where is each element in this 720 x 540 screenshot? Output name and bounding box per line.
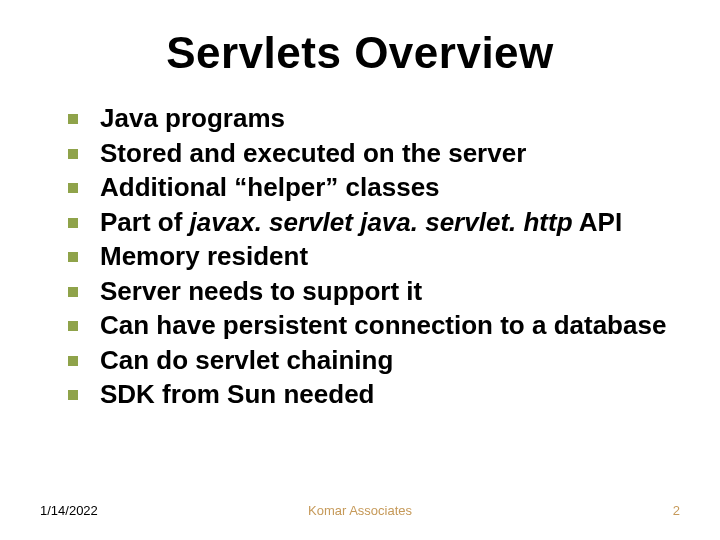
- bullet-suffix: API: [573, 207, 623, 237]
- footer-date: 1/14/2022: [40, 503, 98, 518]
- square-bullet-icon: [68, 149, 78, 159]
- bullet-text: Part of javax. servlet java. servlet. ht…: [100, 206, 622, 239]
- square-bullet-icon: [68, 287, 78, 297]
- bullet-text: Additional “helper” classes: [100, 171, 440, 204]
- bullet-text: SDK from Sun needed: [100, 378, 374, 411]
- square-bullet-icon: [68, 321, 78, 331]
- list-item: Memory resident: [68, 240, 670, 273]
- bullet-text: Java programs: [100, 102, 285, 135]
- list-item: Java programs: [68, 102, 670, 135]
- slide: Servlets Overview Java programs Stored a…: [0, 0, 720, 540]
- list-item: Part of javax. servlet java. servlet. ht…: [68, 206, 670, 239]
- list-item: Stored and executed on the server: [68, 137, 670, 170]
- square-bullet-icon: [68, 252, 78, 262]
- bullet-text: Can do servlet chaining: [100, 344, 393, 377]
- bullet-italic: javax. servlet java. servlet. http: [190, 207, 573, 237]
- list-item: Can have persistent connection to a data…: [68, 309, 670, 342]
- slide-title: Servlets Overview: [40, 28, 680, 78]
- bullet-list: Java programs Stored and executed on the…: [40, 102, 680, 411]
- bullet-text: Memory resident: [100, 240, 308, 273]
- square-bullet-icon: [68, 356, 78, 366]
- bullet-prefix: Part of: [100, 207, 190, 237]
- list-item: Additional “helper” classes: [68, 171, 670, 204]
- footer-org: Komar Associates: [308, 503, 412, 518]
- list-item: Can do servlet chaining: [68, 344, 670, 377]
- list-item: SDK from Sun needed: [68, 378, 670, 411]
- bullet-text: Stored and executed on the server: [100, 137, 526, 170]
- bullet-text: Server needs to support it: [100, 275, 422, 308]
- bullet-text: Can have persistent connection to a data…: [100, 309, 666, 342]
- square-bullet-icon: [68, 183, 78, 193]
- square-bullet-icon: [68, 390, 78, 400]
- footer-page-number: 2: [673, 503, 680, 518]
- square-bullet-icon: [68, 218, 78, 228]
- slide-footer: 1/14/2022 Komar Associates 2: [0, 503, 720, 518]
- square-bullet-icon: [68, 114, 78, 124]
- list-item: Server needs to support it: [68, 275, 670, 308]
